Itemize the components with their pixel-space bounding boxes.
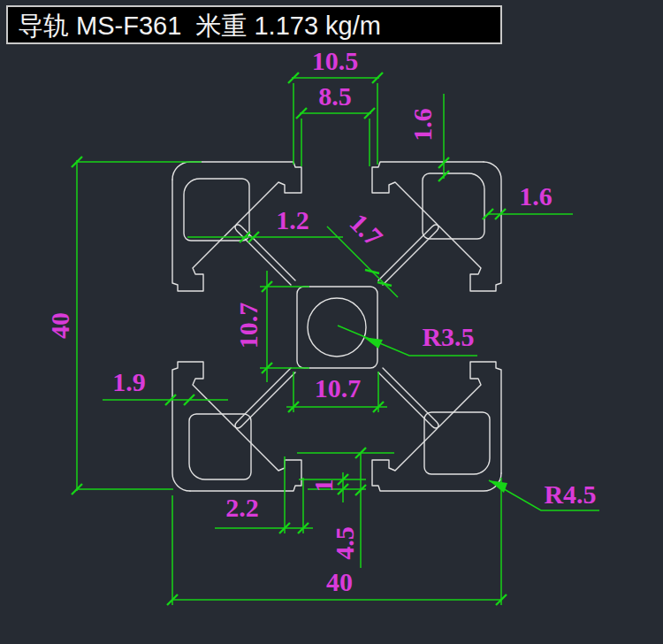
dim-profile-width: 40 bbox=[326, 567, 353, 596]
cad-drawing: 导轨 MS-F361 米重 1.173 kg/m 10.5 8.5 1.6 1.… bbox=[0, 0, 663, 644]
title-block: 导轨 MS-F361 米重 1.173 kg/m bbox=[7, 6, 501, 43]
title-text: 导轨 MS-F361 米重 1.173 kg/m bbox=[18, 12, 381, 40]
dim-left-wall: 1.9 bbox=[112, 367, 146, 396]
dim-slot-opening-outer: 10.5 bbox=[312, 46, 359, 75]
dim-profile-height: 40 bbox=[45, 312, 74, 339]
dim-lip-width: 2.2 bbox=[225, 493, 259, 522]
dim-web-a: 1.2 bbox=[276, 205, 309, 234]
dim-corner-radius: R4.5 bbox=[544, 479, 596, 509]
dim-slot-opening-inner: 8.5 bbox=[318, 81, 352, 111]
dim-core-height: 10.7 bbox=[233, 303, 263, 349]
dim-bottom-edge-offset: 4.5 bbox=[330, 526, 359, 560]
dim-core-width: 10.7 bbox=[315, 373, 362, 402]
cad-canvas: 导轨 MS-F361 米重 1.173 kg/m 10.5 8.5 1.6 1.… bbox=[0, 0, 663, 644]
dim-lip-step: 1 bbox=[309, 479, 338, 493]
dim-right-wall: 1.6 bbox=[519, 181, 552, 211]
dim-center-bore-radius: R3.5 bbox=[422, 322, 474, 351]
dim-top-wall: 1.6 bbox=[408, 108, 437, 142]
